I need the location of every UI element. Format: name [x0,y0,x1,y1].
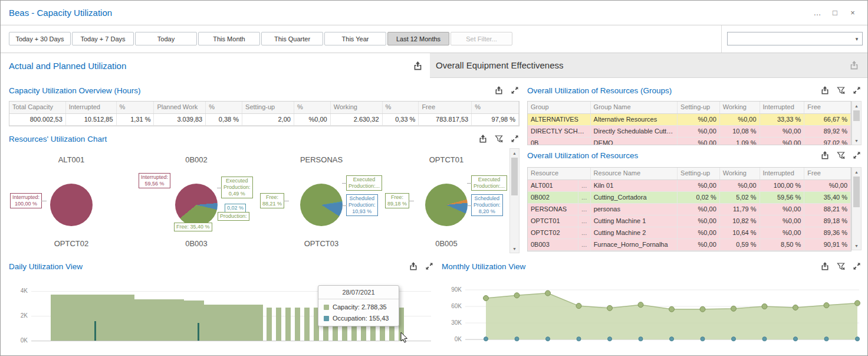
groups-table-scrollbar[interactable]: ▲ ▼ [851,101,862,145]
capacity-marker[interactable] [855,301,860,306]
capacity-marker[interactable] [514,293,520,298]
occupation-marker[interactable] [608,337,612,341]
export-icon[interactable] [478,134,488,143]
clear-filter-icon[interactable] [836,151,846,160]
scroll-thumb[interactable] [853,110,860,121]
export-icon[interactable] [849,60,859,70]
table-row[interactable]: DIRECTLY SCHEDU...Directly Schedulable C… [528,126,851,138]
scroll-up-icon[interactable]: ▲ [510,149,519,157]
table-row[interactable]: OPTCT01...Cutting Machine 1%0,0010,82 %%… [528,215,851,227]
table-row[interactable]: ALT001...Kiln 01%0,00%0,00100,00 %%0,00 [528,180,851,192]
scroll-thumb[interactable] [511,158,518,195]
column-header[interactable]: Setting-up [242,102,294,113]
maximize-icon[interactable] [852,262,862,271]
occupation-marker[interactable] [856,337,860,341]
occupation-marker[interactable] [794,337,798,341]
column-header[interactable]: Working [331,102,383,113]
browse-button[interactable]: ... [578,227,591,239]
period-button-today-30-days[interactable]: Today + 30 Days [9,32,71,45]
export-icon[interactable] [494,86,504,95]
capacity-marker[interactable] [669,306,675,312]
capacity-marker[interactable] [731,306,737,311]
export-icon[interactable] [820,86,830,95]
column-header[interactable]: Free [804,168,851,179]
period-button-today-7-days[interactable]: Today + 7 Days [72,32,134,45]
column-header[interactable]: Planned Work [154,102,206,113]
resources-utilization-chart[interactable]: ALT001Interrupted:100,00 %0B002Interrupt… [9,148,509,253]
clear-filter-icon[interactable] [494,134,504,143]
column-header[interactable]: Setting-up [678,102,720,113]
scroll-down-icon[interactable]: ▼ [852,136,861,145]
monthly-utilization-chart[interactable]: 90K 60K 30K 0K [442,275,862,355]
occupation-marker[interactable] [546,337,550,341]
occupation-marker[interactable] [670,337,674,341]
column-header[interactable]: Free [804,102,851,113]
table-row[interactable]: 0BDEMO%0,001,09 %%0,0097,02 % [528,138,851,145]
maximize-icon[interactable] [510,134,520,143]
column-header[interactable]: Total Capacity [9,102,66,113]
column-header[interactable]: Interrupted [760,168,805,179]
occupation-marker[interactable] [639,337,643,341]
pie-chart-scrollbar[interactable]: ▲ ▼ [509,148,520,253]
scroll-down-icon[interactable]: ▼ [852,241,861,250]
clear-filter-icon[interactable] [836,86,846,95]
scroll-up-icon[interactable]: ▲ [852,168,861,176]
table-row[interactable]: 0B002...Cutting_Cortadora0,02 %5,02 %59,… [528,192,851,204]
export-icon[interactable] [409,262,418,271]
minimize-button[interactable]: … [808,8,826,17]
filter-combo[interactable]: ▾ [727,32,863,45]
capacity-marker[interactable] [638,302,643,308]
maximize-icon[interactable] [852,86,862,95]
table-row[interactable]: ALTERNATIVESAlternative Resources%0,00%0… [528,114,851,126]
period-button-this-month[interactable]: This Month [198,32,260,45]
capacity-marker[interactable] [484,296,489,301]
maximize-icon[interactable] [425,262,434,271]
column-header[interactable]: Interrupted [66,102,117,113]
pie-chart[interactable] [425,184,468,226]
pie-chart[interactable] [50,184,93,226]
column-header[interactable]: % [117,102,154,113]
occupation-marker[interactable] [732,337,736,341]
maximize-button[interactable]: □ [826,8,844,17]
clear-filter-icon[interactable] [836,262,846,271]
column-header[interactable]: Group Name [591,102,678,113]
capacity-marker[interactable] [793,305,798,310]
daily-utilization-chart[interactable]: 4K 2K 0K 28/07/2021 Capacity: 2.788,35Oc… [9,275,434,355]
occupation-marker[interactable] [762,337,767,341]
table-row[interactable]: 0B003...Furnace_Horno_Fornalha%0,000,59 … [528,239,851,251]
scroll-down-icon[interactable]: ▼ [510,244,519,253]
capacity-marker[interactable] [824,303,829,308]
column-header[interactable]: Working [720,102,760,113]
period-button-last-12-months[interactable]: Last 12 Months [387,32,449,45]
browse-button[interactable]: ... [578,192,591,203]
period-button-today[interactable]: Today [135,32,197,45]
scroll-thumb[interactable] [853,177,860,207]
column-header[interactable]: Resource Name [591,168,678,179]
column-header[interactable]: % [206,102,242,113]
browse-button[interactable]: ... [578,204,591,215]
export-icon[interactable] [820,262,830,271]
capacity-marker[interactable] [545,290,551,296]
browse-button[interactable]: ... [578,239,591,250]
pie-chart[interactable] [175,184,218,226]
column-header[interactable]: % [472,102,519,113]
capacity-marker[interactable] [607,305,613,311]
export-icon[interactable] [413,61,423,71]
table-row[interactable]: 800.002,5310.512,851,31 %3.039,830,38 %2… [9,114,519,126]
browse-button[interactable]: ... [578,215,591,227]
table-row[interactable]: OPTCT02...Cutting Machine 2%0,0010,64 %%… [528,227,851,239]
occupation-marker[interactable] [824,337,828,341]
pie-chart[interactable] [300,184,343,226]
occupation-marker[interactable] [701,337,705,341]
chevron-down-icon[interactable]: ▾ [851,36,862,42]
occupation-marker[interactable] [577,337,581,341]
column-header[interactable]: Working [720,168,760,179]
tab-actual-and-planned-utilization[interactable]: Actual and Planned Utilization [1,53,430,78]
export-icon[interactable] [820,151,830,160]
capacity-marker[interactable] [576,303,581,309]
resources-table-scrollbar[interactable]: ▲ ▼ [851,167,862,250]
capacity-marker[interactable] [700,306,705,312]
occupation-marker[interactable] [515,337,519,341]
table-row[interactable]: PERSONAS...personas%0,0011,79 %%0,0088,2… [528,204,851,215]
column-header[interactable]: Setting-up [678,168,720,179]
